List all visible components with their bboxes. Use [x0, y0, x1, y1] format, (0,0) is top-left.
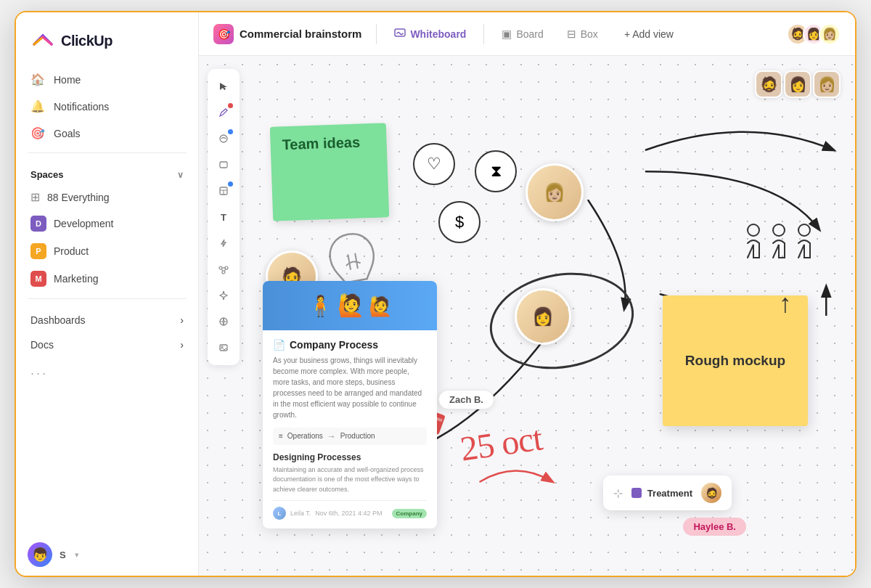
treatment-card[interactable]: ⊹ Treatment 🧔 [603, 475, 732, 510]
dev-icon: D [30, 216, 46, 232]
people-icons [743, 221, 815, 275]
sidebar-item-dev-label: Development [54, 218, 114, 229]
sidebar-item-notifications-label: Notifications [54, 101, 109, 113]
note-tool[interactable] [212, 179, 235, 203]
sidebar-item-product[interactable]: P Product [22, 237, 192, 265]
doc-icon: 📄 [273, 339, 285, 351]
sidebar-item-development[interactable]: D Development [22, 210, 192, 237]
tab-board[interactable]: ▣ Board [493, 23, 552, 45]
spaces-nav: ⊞ 88 Everything D Development P Product … [16, 184, 198, 293]
topbar-avatars: 🧔 👩 👩🏼 [787, 23, 841, 45]
flow-list-icon: ≡ [279, 432, 283, 440]
zach-label-text: Zach B. [449, 394, 483, 405]
topbar-avatar-3: 👩🏼 [819, 23, 841, 45]
pen-tool[interactable] [212, 127, 235, 150]
svg-point-16 [798, 224, 810, 236]
canvas-avatar-1-face: 🧔 [756, 72, 781, 97]
whiteboard-toolbar: T [208, 69, 240, 365]
user-footer[interactable]: 👦 S ▾ [16, 534, 198, 576]
project-info: 🎯 Commercial brainstorm [213, 24, 361, 44]
image-tool[interactable] [212, 336, 235, 359]
sidebar-item-notifications[interactable]: 🔔 Notifications [22, 93, 192, 120]
sidebar-item-product-label: Product [54, 245, 89, 257]
docs-left: Docs [30, 339, 54, 351]
sidebar-item-everything-label: 88 Everything [47, 192, 110, 203]
svg-rect-12 [220, 345, 227, 351]
sidebar-item-goals[interactable]: 🎯 Goals [22, 120, 192, 147]
add-view-label: + Add view [624, 28, 674, 40]
footer-avatar: L [273, 507, 286, 520]
box-tab-icon: ⊟ [567, 28, 576, 41]
app-shell: ClickUp 🏠 Home 🔔 Notifications 🎯 Goals S… [15, 11, 856, 577]
draw-tool[interactable] [212, 101, 235, 124]
more-options[interactable]: ... [16, 360, 198, 381]
spaces-label: Spaces [30, 169, 64, 180]
note-dot [228, 181, 233, 187]
canvas-avatars: 🧔 👩 👩🏼 [755, 70, 841, 98]
doc-card-header: 🧍 🙋 🙋 [263, 281, 437, 330]
flow-to: Production [340, 432, 375, 440]
sidebar-item-docs[interactable]: Docs › [22, 332, 192, 357]
text-tool[interactable]: T [212, 205, 235, 229]
footer-badge: Company [392, 509, 427, 518]
svg-line-9 [224, 269, 226, 271]
sparkle-tool[interactable] [212, 284, 235, 307]
spaces-chevron[interactable]: ∨ [177, 170, 184, 180]
doc-card-footer: L Leila T. Nov 6th, 2021 4:42 PM Company [273, 500, 427, 520]
whiteboard-tab-icon [394, 27, 406, 41]
sidebar-item-marketing-label: Marketing [54, 273, 98, 285]
svg-point-14 [748, 224, 759, 236]
select-tool[interactable] [212, 75, 235, 98]
topbar-divider [376, 24, 377, 44]
tab-whiteboard[interactable]: Whiteboard [385, 23, 475, 45]
goals-icon: 🎯 [30, 126, 45, 140]
bottom-nav: Dashboards › Docs › [16, 305, 198, 360]
footer-date: Nov 6th, 2021 4:42 PM [315, 510, 382, 517]
header-person-2: 🙋 [338, 293, 364, 318]
woman-face: 👩🏼 [528, 166, 581, 219]
treatment-text: Treatment [647, 488, 692, 499]
sidebar-item-goals-label: Goals [54, 128, 81, 139]
canvas-avatar-2: 👩 [784, 70, 811, 98]
flow-from: Operations [287, 432, 323, 440]
tab-box[interactable]: ⊟ Box [558, 23, 607, 45]
sidebar-item-home[interactable]: 🏠 Home [22, 66, 192, 93]
lightning-tool[interactable] [212, 232, 235, 255]
sticky-yellow-text: Rough mockup [685, 353, 785, 369]
doc-card-flow: ≡ Operations → Production [273, 428, 427, 445]
doc-title-text: Company Process [290, 339, 378, 351]
doc-card-desc: Maintaining an accurate and well-organiz… [273, 465, 427, 495]
project-icon: 🎯 [213, 24, 234, 44]
everything-icon: ⊞ [30, 190, 40, 204]
rect-tool[interactable] [212, 153, 235, 176]
doc-header-inner: 🧍 🙋 🙋 [299, 287, 401, 324]
sidebar-item-dashboards[interactable]: Dashboards › [22, 308, 192, 332]
person-photo-woman-top: 👩🏼 [526, 163, 584, 221]
heart-circle: ♡ [413, 143, 455, 185]
sidebar-item-marketing[interactable]: M Marketing [22, 265, 192, 293]
tab-whiteboard-label: Whiteboard [410, 28, 466, 40]
hourglass-circle: ⧗ [475, 150, 517, 192]
sidebar-item-everything[interactable]: ⊞ 88 Everything [22, 184, 192, 210]
dollar-circle: $ [438, 201, 481, 243]
header-person-3: 🙋 [369, 295, 392, 318]
divider-1 [28, 152, 187, 153]
doc-card-section: Designing Processes [273, 452, 427, 462]
flow-arrow: → [327, 431, 336, 441]
zach-label: Zach B. [438, 390, 494, 409]
dashboards-chevron: › [180, 314, 184, 326]
logo-area[interactable]: ClickUp [16, 12, 198, 66]
sidebar: ClickUp 🏠 Home 🔔 Notifications 🎯 Goals S… [16, 12, 199, 576]
doc-card-body: 📄 Company Process As your business grows… [263, 330, 437, 529]
canvas-avatar-3: 👩🏼 [813, 70, 841, 98]
doc-card[interactable]: 🧍 🙋 🙋 📄 Company Process As your business… [263, 281, 437, 529]
svg-point-1 [220, 135, 227, 142]
globe-tool[interactable] [212, 310, 235, 333]
svg-point-15 [773, 224, 785, 236]
product-icon: P [30, 243, 46, 259]
sticky-note-team-ideas[interactable]: Team ideas [270, 123, 389, 221]
whiteboard-canvas[interactable]: T [199, 56, 855, 576]
add-view-button[interactable]: + Add view [616, 24, 682, 44]
footer-author: Leila T. [290, 510, 311, 517]
connect-tool[interactable] [212, 258, 235, 281]
